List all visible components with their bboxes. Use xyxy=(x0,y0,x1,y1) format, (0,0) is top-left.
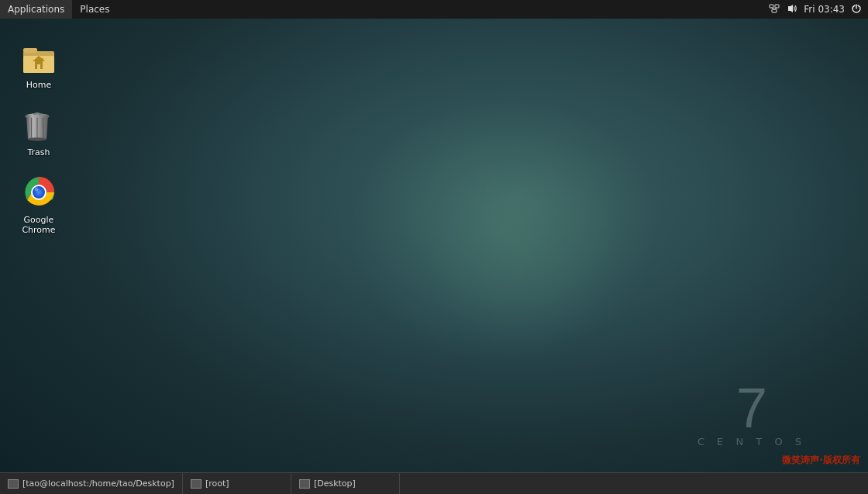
centos-version-text: C E N T O S xyxy=(698,436,806,447)
desktop-icons: Home xyxy=(0,31,78,244)
chrome-icon-container[interactable]: Google Chrome xyxy=(8,174,70,236)
desktop-task-icon xyxy=(299,479,310,489)
home-icon xyxy=(20,39,57,76)
taskbar-terminal-label: [tao@localhost:/home/tao/Desktop] xyxy=(22,478,174,489)
panel-right: Fri 03:43 xyxy=(768,3,868,16)
taskbar: [tao@localhost:/home/tao/Desktop] [root]… xyxy=(0,472,868,494)
svg-point-21 xyxy=(28,137,46,141)
taskbar-item-root[interactable]: [root] xyxy=(183,473,291,495)
places-label: Places xyxy=(80,4,109,15)
places-menu[interactable]: Places xyxy=(72,0,117,19)
svg-rect-2 xyxy=(772,9,777,12)
terminal-icon xyxy=(8,479,19,489)
power-icon[interactable] xyxy=(851,3,862,16)
svg-rect-13 xyxy=(37,64,40,69)
applications-menu[interactable]: Applications xyxy=(0,0,72,19)
panel-clock: Fri 03:43 xyxy=(804,4,845,15)
svg-marker-5 xyxy=(788,5,793,12)
home-icon-container[interactable]: Home xyxy=(8,39,70,91)
panel-left: Applications Places xyxy=(0,0,117,19)
root-icon xyxy=(191,479,202,489)
applications-label: Applications xyxy=(8,4,64,15)
network-icon[interactable] xyxy=(768,3,780,16)
volume-icon[interactable] xyxy=(787,3,797,16)
home-label: Home xyxy=(24,79,53,91)
top-panel: Applications Places xyxy=(0,0,868,19)
trash-icon-container[interactable]: Trash xyxy=(8,106,70,158)
chrome-label: Google Chrome xyxy=(8,214,70,236)
centos-watermark: 7 C E N T O S xyxy=(698,380,806,447)
taskbar-item-terminal[interactable]: [tao@localhost:/home/tao/Desktop] xyxy=(0,473,183,495)
svg-rect-0 xyxy=(770,5,773,8)
chrome-icon xyxy=(20,174,57,211)
taskbar-desktop-label: [Desktop] xyxy=(314,478,356,489)
svg-point-24 xyxy=(35,188,39,192)
desktop: Applications Places xyxy=(0,0,868,494)
svg-rect-14 xyxy=(41,58,43,61)
trash-icon xyxy=(20,106,57,143)
trash-label: Trash xyxy=(25,147,52,158)
svg-rect-1 xyxy=(775,5,779,8)
taskbar-root-label: [root] xyxy=(205,478,229,489)
svg-rect-9 xyxy=(23,48,37,53)
taskbar-item-desktop[interactable]: [Desktop] xyxy=(291,473,400,495)
centos-version-number: 7 xyxy=(698,380,806,436)
copyright-watermark: 微笑涛声·版权所有 xyxy=(782,454,860,467)
